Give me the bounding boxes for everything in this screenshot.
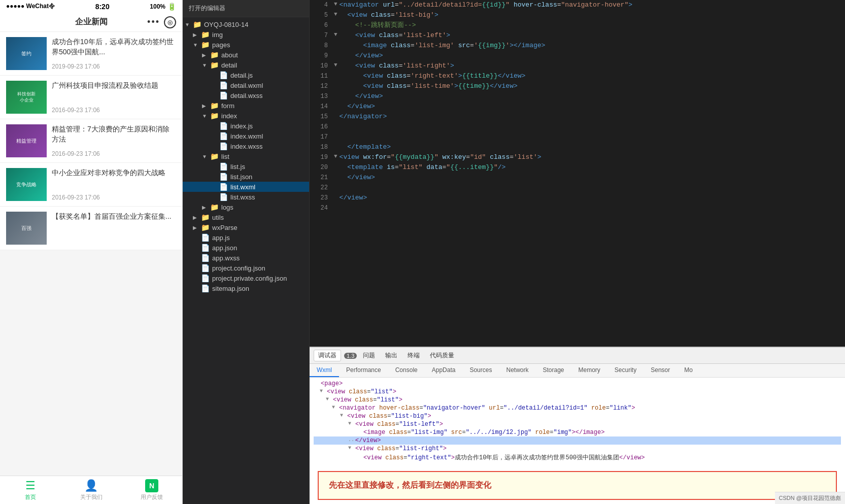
output-btn[interactable]: 输出 xyxy=(381,350,401,361)
tab-mo[interactable]: Mo xyxy=(677,364,700,377)
dom-arrow: ▼ xyxy=(348,445,355,451)
dom-line[interactable]: <page> xyxy=(314,380,841,388)
tree-item-logs[interactable]: ▶ 📁 logs xyxy=(183,202,309,212)
tree-label: app.wxss xyxy=(212,254,240,262)
line-number: 22 xyxy=(314,183,328,192)
dom-line[interactable]: ▼ <navigator hover-class="navigator-hove… xyxy=(314,404,841,412)
nav-item-feedback[interactable]: N 用户反馈 xyxy=(121,476,182,504)
code-line: 24 xyxy=(310,203,845,213)
tree-item-app-wxss[interactable]: 📄 app.wxss xyxy=(183,253,309,263)
tree-item-index[interactable]: ▼ 📁 index xyxy=(183,111,309,121)
tree-item-list-wxml[interactable]: 📄 list.wxml xyxy=(183,182,309,192)
tree-item-about[interactable]: ▶ 📁 about xyxy=(183,50,309,60)
news-thumb: 百强 xyxy=(6,212,47,245)
dom-line[interactable]: ▼ <view class="list-big"> xyxy=(314,412,841,420)
issues-btn[interactable]: 问题 xyxy=(359,350,379,361)
dom-line[interactable]: ▼ <view class="list-left"> xyxy=(314,420,841,428)
tree-item-app-json[interactable]: 📄 app.json xyxy=(183,243,309,253)
code-line: 16 xyxy=(310,122,845,132)
tab-memory[interactable]: Memory xyxy=(571,364,607,377)
tree-item-pages[interactable]: ▼ 📁 pages xyxy=(183,40,309,50)
no-collapse xyxy=(334,183,337,191)
tree-root[interactable]: ▼ 📁 OYQJ-0810-14 xyxy=(183,19,309,29)
dom-line-highlighted[interactable]: <view class="list-time">2019-09-23 17-06… xyxy=(314,462,841,467)
dom-line-selected[interactable]: ... </view> xyxy=(314,436,841,445)
more-icon[interactable]: ••• xyxy=(147,17,160,27)
tree-item-project-private-config[interactable]: 📄 project.private.config.json xyxy=(183,273,309,283)
tree-item-img[interactable]: ▶ 📁 img xyxy=(183,29,309,40)
dom-line[interactable]: ▼ <view class="list"> xyxy=(314,396,841,404)
nav-item-about[interactable]: 👤 关于我们 xyxy=(61,476,122,504)
collapse-arrow[interactable]: ▼ xyxy=(334,61,337,70)
news-item[interactable]: 精益管理 精益管理：7大浪费的产生原因和消除方法 2016-09-23 17:0… xyxy=(0,119,182,163)
tree-item-detail[interactable]: ▼ 📁 detail xyxy=(183,60,309,70)
news-item[interactable]: 科技创新小企业 广州科技项目申报流程及验收结题 2016-09-23 17:06 xyxy=(0,76,182,119)
collapse-arrow[interactable]: ▼ xyxy=(334,0,337,9)
folder-icon: 📁 xyxy=(210,152,219,160)
code-line: 8 <image class='list-img' src='{{img}}'>… xyxy=(310,41,845,51)
tree-item-index-wxml[interactable]: 📄 index.wxml xyxy=(183,131,309,141)
line-number: 7 xyxy=(314,30,328,40)
devtools-content[interactable]: <page> ▼ <view class="list"> ▼ <view cla… xyxy=(310,378,845,467)
css-file-icon: 📄 xyxy=(219,193,228,201)
dom-line[interactable]: <view class="right-text">成功合作10年后，远卓再次成功… xyxy=(314,453,841,462)
tree-item-list-wxss[interactable]: 📄 list.wxss xyxy=(183,192,309,202)
tab-appdata[interactable]: AppData xyxy=(425,364,463,377)
tree-item-app-js[interactable]: 📄 app.js xyxy=(183,232,309,243)
tab-storage[interactable]: Storage xyxy=(535,364,571,377)
tab-console[interactable]: Console xyxy=(388,364,425,377)
tab-security[interactable]: Security xyxy=(607,364,644,377)
tree-label: list xyxy=(221,153,229,160)
code-editor[interactable]: 4 ▼ <navigator url="../detail/detail?id=… xyxy=(310,0,845,347)
collapse-arrow[interactable]: ▼ xyxy=(334,30,337,39)
file-tree[interactable]: ▼ 📁 OYQJ-0810-14 ▶ 📁 img ▼ 📁 pages ▶ 📁 a… xyxy=(183,17,309,504)
no-collapse xyxy=(334,132,337,141)
phone-news-list[interactable]: 签约 成功合作10年后，远卓再次成功签约世界500强中国航... 2019-09… xyxy=(0,32,182,476)
news-item[interactable]: 竞争战略 中小企业应对非对称竞争的四大战略 2016-09-23 17:06 xyxy=(0,163,182,207)
line-content: <view class='list-right'> xyxy=(340,61,454,71)
tree-item-detail-wxss[interactable]: 📄 detail.wxss xyxy=(183,90,309,100)
nav-item-home[interactable]: ☰ 首页 xyxy=(0,476,61,504)
tree-item-sitemap[interactable]: 📄 sitemap.json xyxy=(183,283,309,293)
code-quality-btn[interactable]: 代码质量 xyxy=(426,350,458,361)
dom-line[interactable]: ▼ <view class="list"> xyxy=(314,388,841,396)
tree-item-detail-wxml[interactable]: 📄 detail.wxml xyxy=(183,80,309,90)
tab-performance[interactable]: Performance xyxy=(339,364,388,377)
line-number: 10 xyxy=(314,61,328,71)
dom-line[interactable]: ▼ <view class="list-right"> xyxy=(314,445,841,453)
tree-item-detail-js[interactable]: 📄 detail.js xyxy=(183,70,309,80)
line-content: <view class='right-text'>{{title}}</view… xyxy=(340,71,526,81)
tree-item-list-js[interactable]: 📄 list.js xyxy=(183,161,309,172)
line-number: 15 xyxy=(314,112,328,121)
line-number: 4 xyxy=(314,0,328,10)
collapse-arrow: ▼ xyxy=(202,154,210,159)
tree-item-list[interactable]: ▼ 📁 list xyxy=(183,151,309,161)
collapse-arrow: ▼ xyxy=(202,62,210,68)
dom-line[interactable]: <image class="list-img" src="../../img/1… xyxy=(314,428,841,436)
line-content: <view class='list-left'> xyxy=(340,30,451,41)
news-item[interactable]: 签约 成功合作10年后，远卓再次成功签约世界500强中国航... 2019-09… xyxy=(0,32,182,76)
tree-item-index-js[interactable]: 📄 index.js xyxy=(183,121,309,131)
tree-item-index-wxss[interactable]: 📄 index.wxss xyxy=(183,141,309,151)
tree-item-list-json[interactable]: 📄 list.json xyxy=(183,172,309,182)
line-number: 23 xyxy=(314,193,328,203)
terminal-btn[interactable]: 终端 xyxy=(403,350,424,361)
no-collapse xyxy=(334,142,337,151)
tree-item-wxparse[interactable]: ▶ 📁 wxParse xyxy=(183,222,309,232)
tab-sensor[interactable]: Sensor xyxy=(644,364,677,377)
news-item[interactable]: 百强 【获奖名单】首届百强企业方案征集... xyxy=(0,207,182,250)
tab-network[interactable]: Network xyxy=(499,364,535,377)
tree-item-form[interactable]: ▶ 📁 form xyxy=(183,100,309,111)
code-line: 10 ▼ <view class='list-right'> xyxy=(310,61,845,71)
tree-item-utils[interactable]: ▶ 📁 utils xyxy=(183,212,309,222)
tree-item-project-config[interactable]: 📄 project.config.json xyxy=(183,263,309,273)
line-number: 9 xyxy=(314,51,328,60)
file-panel-header: 打开的编辑器 xyxy=(183,0,309,17)
collapse-arrow[interactable]: ▼ xyxy=(334,10,337,19)
tab-wxml[interactable]: Wxml xyxy=(310,364,339,377)
camera-icon[interactable]: ◎ xyxy=(164,16,176,28)
debugger-btn[interactable]: 调试器 xyxy=(314,350,341,361)
collapse-arrow[interactable]: ▼ xyxy=(334,152,337,161)
news-title: 成功合作10年后，远卓再次成功签约世界500强中国航... xyxy=(52,37,176,57)
tab-sources[interactable]: Sources xyxy=(462,364,499,377)
